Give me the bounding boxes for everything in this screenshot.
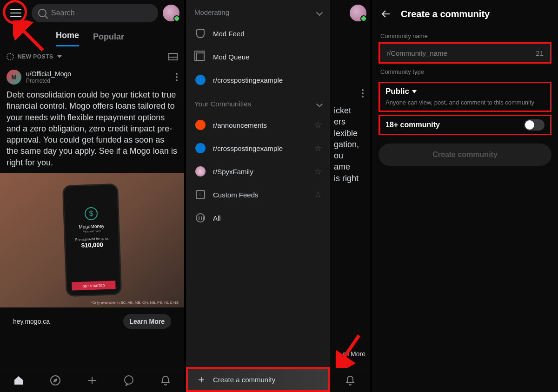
queue-icon — [196, 52, 205, 61]
bottom-nav — [0, 368, 184, 392]
phone-mock: $ MogoMoney Personal Loan Pre-approved f… — [62, 183, 122, 297]
chevron-down-icon — [57, 55, 62, 58]
community-type-selector[interactable]: Public Anyone can view, post, and commen… — [379, 82, 551, 112]
promoted-post: M u/Official_Mogo Promoted Debt consolid… — [0, 67, 184, 335]
avatar[interactable] — [163, 5, 179, 21]
annotation-red-circle — [3, 0, 27, 24]
community-icon — [195, 75, 206, 85]
drawer-item-announcements[interactable]: r/announcements ☆ — [186, 113, 330, 137]
community-type-value: Public — [385, 87, 409, 96]
community-name-placeholder: r/Community_name — [386, 49, 447, 57]
favorite-star-icon[interactable]: ☆ — [314, 166, 322, 176]
drawer-item-crossposting-mod[interactable]: r/crosspostingexample — [186, 68, 330, 91]
community-name-input[interactable]: r/Community_name 21 — [379, 42, 551, 64]
svg-point-4 — [125, 376, 133, 384]
community-name-char-count: 21 — [536, 49, 544, 57]
tab-popular[interactable]: Popular — [93, 32, 124, 46]
drawer-item-label: Mod Queue — [213, 53, 249, 61]
drawer-item-label: r/SpyxFamily — [213, 168, 253, 176]
caret-down-icon — [412, 90, 417, 93]
background-feed-partial: icketerslexiblegation,ouameis right rn M… — [330, 0, 370, 392]
community-type-description: Anyone can view, post, and comment to th… — [385, 99, 545, 106]
all-icon — [196, 213, 205, 222]
create-community-submit-button[interactable]: Create community — [379, 144, 551, 166]
phone-sub: Personal Loan — [83, 229, 101, 233]
create-community-button[interactable]: ＋ Create a community — [186, 367, 330, 392]
search-placeholder: Search — [51, 9, 75, 17]
nav-home-button[interactable] — [13, 374, 25, 386]
favorite-star-icon[interactable]: ☆ — [314, 143, 322, 153]
drawer-item-label: Custom Feeds — [213, 191, 259, 199]
phone-cta: GET STARTED — [72, 281, 116, 290]
plus-icon: ＋ — [196, 372, 206, 386]
search-input[interactable]: Search — [32, 4, 158, 22]
chevron-down-icon — [316, 100, 323, 107]
back-button[interactable] — [380, 8, 392, 20]
menu-button[interactable] — [5, 2, 27, 24]
community-icon — [195, 120, 206, 130]
feed-sort-label: NEW POSTS — [18, 53, 53, 60]
nav-inbox-button[interactable] — [159, 374, 172, 386]
post-more-button[interactable] — [362, 89, 364, 98]
learn-more-button[interactable]: Learn More — [123, 314, 171, 329]
tab-home[interactable]: Home — [56, 31, 79, 46]
layout-toggle-button[interactable] — [168, 53, 178, 60]
drawer-item-spyxfamily[interactable]: r/SpyxFamily ☆ — [186, 160, 330, 183]
moderating-label: Moderating — [194, 8, 229, 16]
annotation-arrow-icon — [336, 331, 364, 368]
post-username[interactable]: u/Official_Mogo — [26, 70, 71, 78]
drawer-item-crossposting[interactable]: r/crosspostingexample ☆ — [186, 137, 330, 160]
chevron-down-icon — [316, 9, 323, 15]
phone-pretext: Pre-approved for up to: — [75, 237, 109, 242]
custom-feeds-icon: ♡ — [196, 190, 205, 199]
post-image[interactable]: $ MogoMoney Personal Loan Pre-approved f… — [0, 173, 184, 307]
drawer-item-mod-feed[interactable]: Mod Feed — [186, 22, 330, 45]
nav-chat-button[interactable] — [123, 374, 135, 386]
favorite-star-icon[interactable]: ☆ — [314, 189, 322, 200]
adult-community-row: 18+ community — [379, 115, 551, 135]
sparkle-icon — [7, 53, 14, 60]
drawer-item-mod-queue[interactable]: Mod Queue — [186, 45, 330, 68]
nav-discover-button[interactable] — [49, 374, 61, 386]
drawer-item-label: All — [213, 214, 221, 222]
post-promoted-label: Promoted — [26, 78, 71, 84]
nav-inbox-button[interactable] — [344, 374, 356, 386]
drawer-item-label: r/announcements — [213, 121, 267, 129]
image-disclaimer: *Only available in BC, AB, MB, ON, NB, P… — [91, 301, 179, 305]
drawer-item-label: Mod Feed — [213, 30, 245, 38]
drawer-item-all[interactable]: All — [186, 206, 330, 229]
dollar-icon: $ — [85, 207, 98, 221]
adult-community-toggle[interactable] — [524, 119, 545, 131]
community-icon — [195, 143, 206, 153]
partial-post-text: icketerslexiblegation,ouameis right — [334, 105, 366, 184]
page-title: Create a community — [401, 9, 490, 20]
shield-icon — [196, 29, 205, 38]
drawer-section-moderating[interactable]: Moderating — [186, 0, 330, 22]
nav-create-button[interactable] — [86, 374, 98, 386]
side-drawer: Moderating Mod Feed Mod Queue r/crosspos… — [186, 0, 330, 392]
create-community-label: Create a community — [213, 376, 275, 384]
community-icon — [195, 166, 206, 176]
favorite-star-icon[interactable]: ☆ — [314, 120, 322, 130]
post-avatar[interactable]: M — [7, 70, 21, 85]
feed-sort-button[interactable]: NEW POSTS — [7, 53, 62, 60]
drawer-item-label: r/crosspostingexample — [213, 76, 283, 84]
your-communities-label: Your Communities — [194, 100, 251, 108]
search-icon — [38, 9, 46, 17]
drawer-item-label: r/crosspostingexample — [213, 144, 283, 152]
adult-community-label: 18+ community — [385, 121, 440, 129]
phone-brand: MogoMoney — [79, 223, 104, 229]
post-more-button[interactable] — [176, 73, 178, 81]
post-body-text: Debt consolidation could be your ticket … — [7, 89, 178, 168]
partial-learn-more: rn More — [343, 350, 365, 358]
drawer-item-custom-feeds[interactable]: ♡ Custom Feeds ☆ — [186, 183, 330, 206]
drawer-section-your-communities[interactable]: Your Communities — [186, 91, 330, 113]
avatar[interactable] — [350, 5, 366, 21]
phone-amount: $10,000 — [81, 241, 103, 249]
community-name-label: Community name — [372, 28, 558, 42]
community-type-label: Community type — [372, 64, 558, 78]
post-link[interactable]: hey.mogo.ca — [13, 318, 50, 325]
